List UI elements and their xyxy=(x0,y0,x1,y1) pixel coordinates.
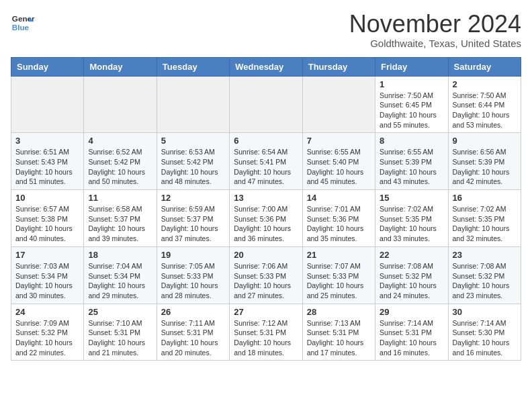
week-row-3: 10Sunrise: 6:57 AM Sunset: 5:38 PM Dayli… xyxy=(11,190,521,247)
calendar-cell xyxy=(157,76,229,133)
calendar-cell xyxy=(230,76,302,133)
day-info: Sunrise: 6:53 AM Sunset: 5:42 PM Dayligh… xyxy=(161,147,225,187)
calendar-cell: 13Sunrise: 7:00 AM Sunset: 5:36 PM Dayli… xyxy=(230,190,302,247)
calendar-cell: 8Sunrise: 6:55 AM Sunset: 5:39 PM Daylig… xyxy=(375,133,448,190)
day-info: Sunrise: 6:57 AM Sunset: 5:38 PM Dayligh… xyxy=(15,204,79,244)
day-info: Sunrise: 7:02 AM Sunset: 5:35 PM Dayligh… xyxy=(453,204,517,244)
day-info: Sunrise: 6:51 AM Sunset: 5:43 PM Dayligh… xyxy=(15,147,79,187)
day-number: 16 xyxy=(453,193,517,203)
page-header: General Blue November 2024 Goldthwaite, … xyxy=(11,11,521,49)
day-number: 1 xyxy=(380,79,443,89)
calendar-cell: 16Sunrise: 7:02 AM Sunset: 5:35 PM Dayli… xyxy=(448,190,521,247)
day-info: Sunrise: 6:56 AM Sunset: 5:39 PM Dayligh… xyxy=(453,147,517,187)
day-info: Sunrise: 7:08 AM Sunset: 5:32 PM Dayligh… xyxy=(453,261,517,301)
weekday-header-wednesday: Wednesday xyxy=(230,57,302,76)
day-number: 3 xyxy=(15,136,79,146)
week-row-1: 1Sunrise: 7:50 AM Sunset: 6:45 PM Daylig… xyxy=(11,76,521,133)
day-info: Sunrise: 7:00 AM Sunset: 5:36 PM Dayligh… xyxy=(234,204,298,244)
calendar-cell: 27Sunrise: 7:12 AM Sunset: 5:31 PM Dayli… xyxy=(230,304,302,361)
calendar-cell xyxy=(302,76,375,133)
day-number: 5 xyxy=(161,136,225,146)
day-info: Sunrise: 6:59 AM Sunset: 5:37 PM Dayligh… xyxy=(161,204,225,244)
calendar-cell: 30Sunrise: 7:14 AM Sunset: 5:30 PM Dayli… xyxy=(448,304,521,361)
weekday-row: SundayMondayTuesdayWednesdayThursdayFrid… xyxy=(11,57,521,76)
weekday-header-tuesday: Tuesday xyxy=(157,57,229,76)
calendar-cell: 18Sunrise: 7:04 AM Sunset: 5:34 PM Dayli… xyxy=(84,246,157,304)
day-number: 20 xyxy=(234,250,298,260)
weekday-header-saturday: Saturday xyxy=(448,57,521,76)
day-info: Sunrise: 7:12 AM Sunset: 5:31 PM Dayligh… xyxy=(234,318,298,358)
calendar-cell: 15Sunrise: 7:02 AM Sunset: 5:35 PM Dayli… xyxy=(375,190,448,247)
day-info: Sunrise: 7:14 AM Sunset: 5:31 PM Dayligh… xyxy=(380,318,443,358)
week-row-4: 17Sunrise: 7:03 AM Sunset: 5:34 PM Dayli… xyxy=(11,246,521,304)
calendar-cell: 3Sunrise: 6:51 AM Sunset: 5:43 PM Daylig… xyxy=(11,133,84,190)
calendar-cell: 4Sunrise: 6:52 AM Sunset: 5:42 PM Daylig… xyxy=(84,133,157,190)
calendar-header: SundayMondayTuesdayWednesdayThursdayFrid… xyxy=(11,57,521,76)
day-info: Sunrise: 6:58 AM Sunset: 5:37 PM Dayligh… xyxy=(88,204,152,244)
day-info: Sunrise: 7:10 AM Sunset: 5:31 PM Dayligh… xyxy=(88,318,152,358)
calendar-cell: 5Sunrise: 6:53 AM Sunset: 5:42 PM Daylig… xyxy=(157,133,229,190)
day-info: Sunrise: 7:03 AM Sunset: 5:34 PM Dayligh… xyxy=(15,261,79,301)
calendar-cell: 24Sunrise: 7:09 AM Sunset: 5:32 PM Dayli… xyxy=(11,304,84,361)
calendar-cell: 21Sunrise: 7:07 AM Sunset: 5:33 PM Dayli… xyxy=(302,246,375,304)
weekday-header-thursday: Thursday xyxy=(302,57,375,76)
day-number: 23 xyxy=(453,250,517,260)
calendar-cell: 26Sunrise: 7:11 AM Sunset: 5:31 PM Dayli… xyxy=(157,304,229,361)
calendar-body: 1Sunrise: 7:50 AM Sunset: 6:45 PM Daylig… xyxy=(11,76,521,361)
calendar-cell: 29Sunrise: 7:14 AM Sunset: 5:31 PM Dayli… xyxy=(375,304,448,361)
day-info: Sunrise: 7:02 AM Sunset: 5:35 PM Dayligh… xyxy=(380,204,443,244)
calendar-cell: 17Sunrise: 7:03 AM Sunset: 5:34 PM Dayli… xyxy=(11,246,84,304)
calendar-cell: 22Sunrise: 7:08 AM Sunset: 5:32 PM Dayli… xyxy=(375,246,448,304)
weekday-header-sunday: Sunday xyxy=(11,57,84,76)
calendar-cell: 7Sunrise: 6:55 AM Sunset: 5:40 PM Daylig… xyxy=(302,133,375,190)
day-info: Sunrise: 7:14 AM Sunset: 5:30 PM Dayligh… xyxy=(453,318,517,358)
day-number: 7 xyxy=(307,136,371,146)
day-number: 27 xyxy=(234,307,298,317)
day-info: Sunrise: 7:50 AM Sunset: 6:45 PM Dayligh… xyxy=(380,91,443,130)
calendar-cell: 25Sunrise: 7:10 AM Sunset: 5:31 PM Dayli… xyxy=(84,304,157,361)
day-number: 26 xyxy=(161,307,225,317)
day-number: 17 xyxy=(15,250,79,260)
day-info: Sunrise: 7:11 AM Sunset: 5:31 PM Dayligh… xyxy=(161,318,225,358)
day-number: 2 xyxy=(453,79,517,89)
weekday-header-monday: Monday xyxy=(84,57,157,76)
svg-text:Blue: Blue xyxy=(12,23,30,32)
calendar-cell: 2Sunrise: 7:50 AM Sunset: 6:44 PM Daylig… xyxy=(448,76,521,133)
calendar-cell: 10Sunrise: 6:57 AM Sunset: 5:38 PM Dayli… xyxy=(11,190,84,247)
day-info: Sunrise: 6:54 AM Sunset: 5:41 PM Dayligh… xyxy=(234,147,298,187)
calendar-cell: 12Sunrise: 6:59 AM Sunset: 5:37 PM Dayli… xyxy=(157,190,229,247)
calendar-cell: 6Sunrise: 6:54 AM Sunset: 5:41 PM Daylig… xyxy=(230,133,302,190)
day-number: 10 xyxy=(15,193,79,203)
week-row-2: 3Sunrise: 6:51 AM Sunset: 5:43 PM Daylig… xyxy=(11,133,521,190)
day-info: Sunrise: 7:04 AM Sunset: 5:34 PM Dayligh… xyxy=(88,261,152,301)
day-info: Sunrise: 7:13 AM Sunset: 5:31 PM Dayligh… xyxy=(307,318,371,358)
day-info: Sunrise: 6:55 AM Sunset: 5:40 PM Dayligh… xyxy=(307,147,371,187)
calendar-cell: 19Sunrise: 7:05 AM Sunset: 5:33 PM Dayli… xyxy=(157,246,229,304)
day-number: 4 xyxy=(88,136,152,146)
calendar-cell xyxy=(11,76,84,133)
day-number: 22 xyxy=(380,250,443,260)
day-info: Sunrise: 7:09 AM Sunset: 5:32 PM Dayligh… xyxy=(15,318,79,358)
day-info: Sunrise: 7:06 AM Sunset: 5:33 PM Dayligh… xyxy=(234,261,298,301)
day-info: Sunrise: 7:50 AM Sunset: 6:44 PM Dayligh… xyxy=(453,91,517,130)
calendar-cell: 1Sunrise: 7:50 AM Sunset: 6:45 PM Daylig… xyxy=(375,76,448,133)
day-info: Sunrise: 7:01 AM Sunset: 5:36 PM Dayligh… xyxy=(307,204,371,244)
day-number: 24 xyxy=(15,307,79,317)
title-block: November 2024 Goldthwaite, Texas, United… xyxy=(349,11,521,49)
week-row-5: 24Sunrise: 7:09 AM Sunset: 5:32 PM Dayli… xyxy=(11,304,521,361)
svg-text:General: General xyxy=(12,14,35,23)
day-number: 9 xyxy=(453,136,517,146)
day-number: 28 xyxy=(307,307,371,317)
day-number: 8 xyxy=(380,136,443,146)
calendar-cell: 11Sunrise: 6:58 AM Sunset: 5:37 PM Dayli… xyxy=(84,190,157,247)
calendar-table: SundayMondayTuesdayWednesdayThursdayFrid… xyxy=(11,57,521,361)
day-info: Sunrise: 6:52 AM Sunset: 5:42 PM Dayligh… xyxy=(88,147,152,187)
calendar-cell: 14Sunrise: 7:01 AM Sunset: 5:36 PM Dayli… xyxy=(302,190,375,247)
day-info: Sunrise: 7:05 AM Sunset: 5:33 PM Dayligh… xyxy=(161,261,225,301)
day-number: 14 xyxy=(307,193,371,203)
calendar-cell: 23Sunrise: 7:08 AM Sunset: 5:32 PM Dayli… xyxy=(448,246,521,304)
logo: General Blue xyxy=(11,11,35,35)
day-number: 29 xyxy=(380,307,443,317)
calendar-cell: 9Sunrise: 6:56 AM Sunset: 5:39 PM Daylig… xyxy=(448,133,521,190)
day-number: 21 xyxy=(307,250,371,260)
